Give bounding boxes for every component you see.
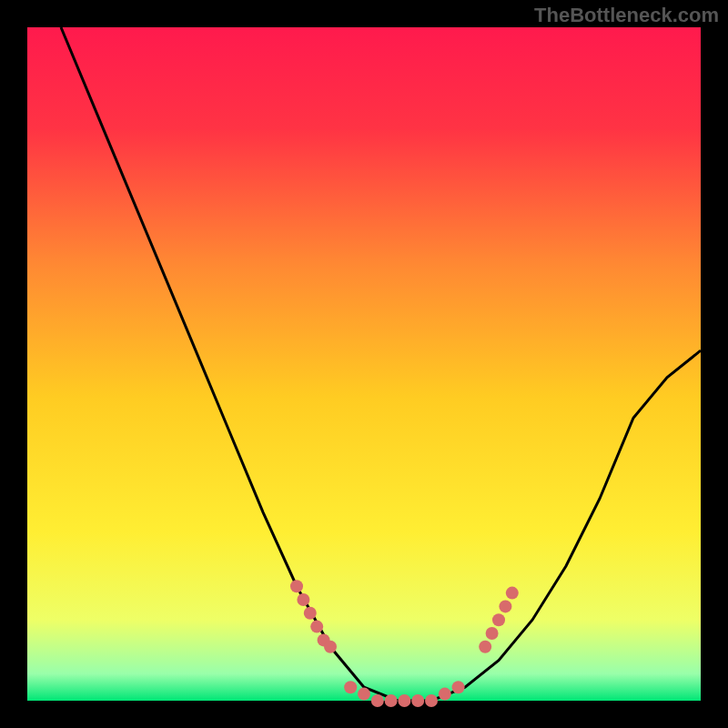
good-zone-dot	[425, 694, 438, 707]
good-zone-dot	[310, 621, 323, 633]
watermark-text: TheBottleneck.com	[534, 4, 719, 27]
good-zone-dot	[297, 593, 309, 606]
good-zone-dot	[358, 688, 370, 701]
good-zone-dot	[398, 694, 410, 707]
good-zone-dot	[290, 580, 303, 592]
good-zone-dot	[439, 688, 451, 701]
good-zone-dot	[411, 694, 424, 707]
good-zone-dot	[499, 600, 511, 612]
good-zone-dot	[304, 607, 317, 620]
good-zone-dot	[324, 641, 337, 653]
good-zone-dot	[506, 587, 519, 600]
plot-background	[27, 27, 701, 701]
chart-frame: TheBottleneck.com	[0, 0, 728, 728]
good-zone-dot	[371, 694, 384, 707]
good-zone-dot	[486, 627, 499, 640]
good-zone-dot	[492, 613, 505, 626]
bottleneck-chart	[0, 0, 728, 728]
good-zone-dot	[344, 681, 357, 693]
good-zone-dot	[452, 681, 465, 693]
good-zone-dot	[385, 694, 398, 707]
good-zone-dot	[479, 641, 491, 653]
